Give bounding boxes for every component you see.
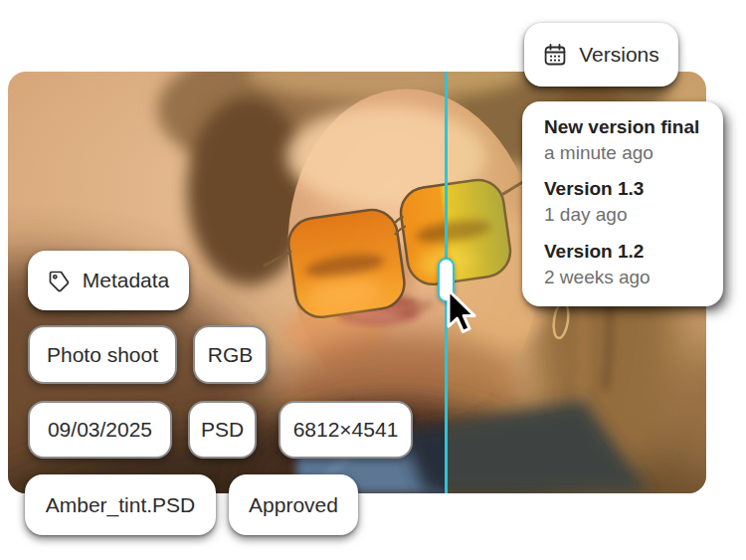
version-time: a minute ago [544,141,701,166]
version-list-item[interactable]: New version final a minute ago [544,116,701,165]
tag-label: 09/03/2025 [48,418,152,442]
versions-panel: New version final a minute ago Version 1… [522,101,723,306]
metadata-tag-dimensions[interactable]: 6812×4541 [279,401,413,459]
tag-label: PSD [201,418,244,442]
metadata-tag-keyword[interactable]: Photo shoot [28,325,177,384]
tag-label: Amber_tint.PSD [46,493,196,517]
metadata-tag-status[interactable]: Approved [229,474,358,535]
metadata-tag-file-format[interactable]: PSD [188,401,257,459]
asset-preview-stage: Versions New version final a minute ago … [0,0,746,560]
version-title: New version final [544,116,701,139]
version-title: Version 1.2 [544,241,701,264]
metadata-tag-date[interactable]: 09/03/2025 [28,401,172,459]
tag-label: Photo shoot [47,343,158,367]
before-after-slider-handle[interactable] [438,258,455,302]
version-time: 1 day ago [544,203,701,228]
version-title: Version 1.3 [544,178,701,201]
metadata-button-label: Metadata [83,269,170,292]
metadata-tag-file-name[interactable]: Amber_tint.PSD [25,474,216,535]
versions-button-label: Versions [579,43,659,67]
version-time: 2 weeks ago [544,266,701,290]
tag-label: 6812×4541 [293,418,399,442]
version-list-item[interactable]: Version 1.3 1 day ago [544,178,701,227]
version-list-item[interactable]: Version 1.2 2 weeks ago [544,241,701,289]
tag-label: RGB [208,343,254,367]
metadata-tag-color-mode[interactable]: RGB [193,325,268,384]
tag-label: Approved [249,493,338,517]
versions-button[interactable]: Versions [524,23,678,87]
calendar-icon [543,43,567,67]
metadata-button[interactable]: Metadata [28,251,189,310]
tag-icon [48,270,71,292]
